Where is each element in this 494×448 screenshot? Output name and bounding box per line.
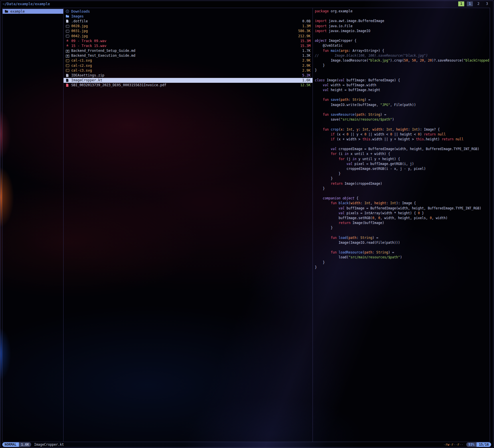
file-row[interactable]: Images	[64, 14, 313, 19]
markdown-icon	[66, 49, 69, 53]
file-row[interactable]: cal-c3.svg2.9K	[64, 68, 313, 73]
code-line: }	[315, 63, 490, 68]
file-row[interactable]: IDEAsettings.zip5.2K	[64, 73, 313, 78]
file-size: 1.3M	[302, 24, 311, 28]
code-line: fun crop(x: Int, y: Int, width: Int, hei…	[315, 127, 490, 132]
code-line: }	[315, 225, 490, 230]
code-line	[315, 191, 490, 196]
file-size: 15.3M	[300, 39, 311, 43]
breadcrumb-path: ~/Data/example/example	[3, 1, 50, 7]
file-row[interactable]: 15 - Track 15.wav15.3M	[64, 43, 313, 48]
status-right: -rw-r--r-- 93% 15/16	[443, 442, 491, 447]
tab-bar: 1123	[458, 1, 490, 6]
code-line: return Image(buffImage)	[315, 221, 490, 225]
file-size: 5.2K	[302, 73, 311, 77]
file-row[interactable]: example	[3, 9, 63, 14]
file-row[interactable]: Downloads	[64, 9, 313, 14]
file-name: cal-c2.svg	[71, 64, 300, 68]
file-name: Downloads	[71, 9, 309, 13]
tab-active-1[interactable]: 1	[467, 1, 473, 6]
file-row[interactable]: 09 - Track 09.wav15.3M	[64, 38, 313, 43]
file-row[interactable]: Backend_Frontend_Setup_Guide.md1.7K	[64, 48, 313, 53]
file-name: Backend_Frontend_Setup_Guide.md	[71, 49, 300, 53]
file-name: IDEAsettings.zip	[71, 73, 300, 77]
file-preview-pane: package org.example import java.awt.imag…	[313, 8, 490, 442]
file-name: 15 - Track 15.wav	[71, 44, 298, 48]
cursor-position-badge: 15/16	[477, 442, 491, 447]
archive-icon	[66, 74, 69, 77]
code-line: buffImage.setRGB(0, 0, width, height, pi…	[315, 216, 490, 221]
code-line: }	[315, 176, 490, 181]
file-row[interactable]: 0028.jpg1.3M	[64, 24, 313, 29]
image-icon	[66, 59, 69, 62]
file-row[interactable]: .dotfile0.0B	[64, 19, 313, 23]
file-size: 1.6K	[302, 78, 311, 82]
code-line: fun load(path: String) =	[315, 235, 490, 240]
markdown-icon	[66, 54, 69, 58]
code-line	[315, 230, 490, 235]
file-row[interactable]: cal-c2.svg2.9K	[64, 63, 313, 68]
download-icon	[66, 9, 69, 13]
code-line: val croppedImage = BufferedImage(width, …	[315, 147, 490, 152]
tab-plain-3[interactable]: 3	[484, 1, 490, 6]
file-list-pane: DownloadsImages.dotfile0.0B0028.jpg1.3M0…	[63, 8, 313, 442]
code-line: val pixel = buffImage.getRGB(i, j)	[315, 162, 490, 166]
file-name: Images	[71, 14, 309, 18]
code-line	[315, 142, 490, 147]
code-line	[315, 93, 490, 97]
file-name: 0042.jpg	[71, 34, 296, 38]
code-line	[315, 73, 490, 78]
file-row[interactable]: 0042.jpg212.9K	[64, 34, 313, 38]
file-size: 2.9K	[302, 64, 311, 68]
code-line: }	[315, 186, 490, 191]
file-icon	[66, 19, 69, 23]
code-line: Image.loadResource("black.jpg").crop(50,…	[315, 58, 490, 63]
image-icon	[66, 34, 69, 38]
code-line: save("src/main/resources/$path")	[315, 117, 490, 122]
file-size: 1.7K	[302, 49, 311, 53]
tab-plain-2[interactable]: 2	[475, 1, 481, 6]
code-line: import java.io.File	[315, 24, 490, 29]
file-row[interactable]: cal-c1.svg2.9K	[64, 58, 313, 63]
code-line: }	[315, 260, 490, 265]
code-line: companion object {	[315, 196, 490, 201]
code-line: package org.example	[315, 9, 490, 14]
file-size: 2.9K	[302, 68, 311, 72]
file-row[interactable]: ImageCropper.kt1.6K	[64, 78, 313, 83]
tab-green-1[interactable]: 1	[458, 1, 464, 6]
code-line: val pixels = IntArray(width * height) { …	[315, 211, 490, 216]
code-line: }	[315, 265, 490, 270]
code-file-icon	[66, 78, 69, 82]
file-row[interactable]: SBI_0032013739_2023_DE05_0003155631Invoi…	[64, 83, 313, 88]
file-row[interactable]: 0031.jpg586.3K	[64, 29, 313, 34]
file-name: Backend_Test_Execution_Guide.md	[71, 54, 300, 58]
file-name: cal-c1.svg	[71, 58, 300, 62]
code-line: fun loadResource(path: String) =	[315, 250, 490, 255]
code-line: ImageIO.write(buffImage, "JPG", File(pat…	[315, 103, 490, 107]
code-line: // Image.black(100, 100).saveResource("b…	[315, 53, 490, 58]
audio-icon	[66, 44, 69, 48]
code-line: object ImageCropper {	[315, 38, 490, 43]
code-line: return Image(croppedImage)	[315, 181, 490, 186]
file-name: .dotfile	[71, 19, 300, 23]
code-line: val buffImage = BufferedImage(width, hei…	[315, 206, 490, 211]
code-line: for (i in x until x + width) {	[315, 152, 490, 156]
code-line: fun save(path: String) =	[315, 97, 490, 102]
code-line: fun black(width: Int, height: Int): Imag…	[315, 201, 490, 206]
folder-icon	[66, 14, 69, 18]
file-permissions: -rw-r--r--	[443, 443, 463, 447]
file-size: 586.3K	[298, 29, 311, 33]
file-name: example	[10, 9, 59, 13]
parent-directory-list: example	[3, 8, 63, 14]
code-line: if (x < 0 || y < 0 || width < 0 || heigh…	[315, 132, 490, 137]
mode-badge: NORMAL	[2, 442, 19, 447]
image-icon	[66, 29, 69, 33]
code-line: fun saveResource(path: String) =	[315, 112, 490, 117]
file-row[interactable]: Backend_Test_Execution_Guide.md1.3K	[64, 53, 313, 58]
code-line: import java.awt.image.BufferedImage	[315, 19, 490, 23]
file-name: 0028.jpg	[71, 24, 300, 28]
file-list: DownloadsImages.dotfile0.0B0028.jpg1.3M0…	[64, 8, 313, 88]
code-line: class Image(val buffImage: BufferedImage…	[315, 78, 490, 83]
code-line: for (j in y until y + height) {	[315, 157, 490, 162]
file-name: cal-c3.svg	[71, 68, 300, 72]
